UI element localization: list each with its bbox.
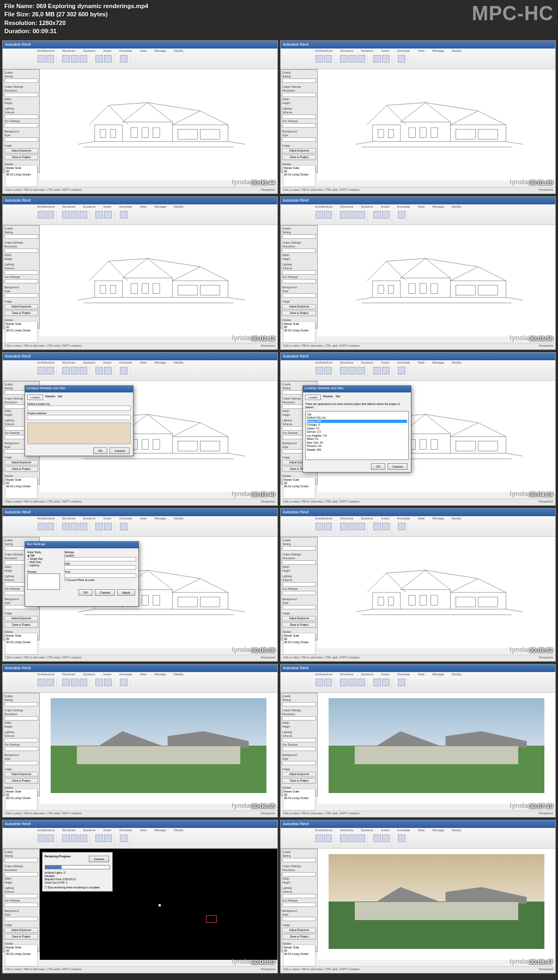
progress-dialog[interactable]: Rendering ProgressCancel Artificial Ligh… <box>42 852 113 892</box>
thumbnail-8[interactable]: Autodesk Revit ArchitectureStructureSyst… <box>280 508 556 662</box>
thumbnail-10[interactable]: Autodesk Revit ArchitectureStructureSyst… <box>280 664 556 818</box>
rendering-panel[interactable]: Quality Setting Output Settings Resoluti… <box>281 693 318 796</box>
rendering-panel[interactable]: Quality Setting Output Settings Resoluti… <box>3 849 40 952</box>
project-browser[interactable]: Master Suite3D3D-01 Living Cluster <box>5 633 38 655</box>
sun-dropdown[interactable] <box>282 903 316 907</box>
ribbon[interactable]: ArchitectureStructureSystemsInsertAnnota… <box>281 672 555 693</box>
resolution-dropdown[interactable] <box>4 249 38 253</box>
ribbon[interactable]: ArchitectureStructureSystemsInsertAnnota… <box>281 828 555 849</box>
save-button[interactable]: Save to Project <box>4 934 38 940</box>
adjust-button[interactable]: Adjust Exposure <box>4 928 38 933</box>
thumbnail-12[interactable]: Autodesk Revit ArchitectureStructureSyst… <box>280 820 556 973</box>
viewport[interactable] <box>318 849 555 960</box>
project-browser[interactable]: Master Suite3D3D-01 Living Cluster <box>283 321 316 343</box>
style-dropdown[interactable] <box>4 917 38 921</box>
style-dropdown[interactable] <box>4 293 38 298</box>
adjust-button[interactable]: Adjust Exposure <box>4 460 38 465</box>
project-browser[interactable]: Master Suite3D3D-01 Living Cluster <box>283 789 316 810</box>
rendering-panel[interactable]: Quality Setting Output Settings Resoluti… <box>3 69 40 173</box>
resolution-dropdown[interactable] <box>282 249 316 253</box>
project-browser[interactable]: Master Suite3D3D-01 Living Cluster <box>5 321 38 343</box>
thumbnail-2[interactable]: Autodesk Revit ArchitectureStructureSyst… <box>280 40 556 194</box>
scheme-dropdown[interactable] <box>282 894 316 898</box>
ribbon[interactable]: ArchitectureStructureSystemsInsertAnnota… <box>281 516 555 537</box>
cancel-button[interactable]: Cancel <box>95 589 115 596</box>
sun-dropdown[interactable] <box>282 123 316 128</box>
save-button[interactable]: Save to Project <box>282 311 316 316</box>
viewport[interactable] <box>318 693 555 804</box>
ribbon[interactable]: ArchitectureStructureSystemsInsertAnnota… <box>3 516 277 537</box>
resolution-dropdown[interactable] <box>282 560 316 565</box>
rendering-panel[interactable]: Quality Setting Output Settings Resoluti… <box>281 537 318 640</box>
adjust-button[interactable]: Adjust Exposure <box>4 772 38 777</box>
project-browser[interactable]: Master Suite3D3D-01 Living Cluster <box>5 165 38 187</box>
quality-dropdown[interactable] <box>282 702 316 706</box>
thumbnail-11[interactable]: Autodesk Revit ArchitectureStructureSyst… <box>2 820 278 973</box>
rendering-panel[interactable]: Quality Setting Output Settings Resoluti… <box>281 849 318 952</box>
scheme-dropdown[interactable] <box>4 114 38 119</box>
scheme-dropdown[interactable] <box>4 270 38 275</box>
viewport[interactable] <box>318 537 555 648</box>
project-browser[interactable]: Master Suite3D3D-01 Living Cluster <box>283 477 316 499</box>
ribbon[interactable]: ArchitectureStructureSystemsInsertAnnota… <box>281 360 555 381</box>
save-button[interactable]: Save to Project <box>4 311 38 316</box>
save-button[interactable]: Save to Project <box>4 622 38 628</box>
thumbnail-9[interactable]: Autodesk Revit ArchitectureStructureSyst… <box>2 664 278 818</box>
thumbnail-5[interactable]: Autodesk Revit ArchitectureStructureSyst… <box>2 352 278 506</box>
quality-dropdown[interactable] <box>4 702 38 706</box>
project-browser[interactable]: Master Suite3D3D-01 Living Cluster <box>283 633 316 655</box>
style-dropdown[interactable] <box>282 605 316 609</box>
ribbon[interactable]: ArchitectureStructureSystemsInsertAnnota… <box>3 672 277 693</box>
style-dropdown[interactable] <box>282 293 316 298</box>
project-browser[interactable]: Master Suite3D3D-01 Living Cluster <box>5 789 38 810</box>
ribbon[interactable]: ArchitectureStructureSystemsInsertAnnota… <box>3 828 277 849</box>
adjust-button[interactable]: Adjust Exposure <box>4 304 38 310</box>
thumbnail-4[interactable]: Autodesk Revit ArchitectureStructureSyst… <box>280 196 556 350</box>
resolution-dropdown[interactable] <box>282 872 316 876</box>
ok-button[interactable]: OK <box>371 463 386 470</box>
style-dropdown[interactable] <box>282 137 316 142</box>
quality-dropdown[interactable] <box>282 234 316 239</box>
style-dropdown[interactable] <box>4 137 38 142</box>
ribbon[interactable]: ArchitectureStructureSystemsInsertAnnota… <box>281 49 555 69</box>
ok-button[interactable]: OK <box>78 589 93 596</box>
project-browser[interactable]: Master Suite3D3D-01 Living Cluster <box>283 165 316 187</box>
sun-settings-dialog[interactable]: Sun Settings Solar Study ◉ Still○ Single… <box>25 541 139 607</box>
quality-dropdown[interactable] <box>4 234 38 239</box>
save-button[interactable]: Save to Project <box>4 467 38 472</box>
sun-dropdown[interactable] <box>282 279 316 283</box>
apply-button[interactable]: Apply <box>117 589 135 596</box>
adjust-button[interactable]: Adjust Exposure <box>4 616 38 621</box>
save-button[interactable]: Save to Project <box>4 155 38 160</box>
viewport[interactable] <box>318 225 555 336</box>
quality-dropdown[interactable] <box>4 858 38 862</box>
scheme-dropdown[interactable] <box>282 738 316 742</box>
sun-dropdown[interactable] <box>4 747 38 751</box>
ribbon[interactable]: ArchitectureStructureSystemsInsertAnnota… <box>3 360 277 381</box>
resolution-dropdown[interactable] <box>4 872 38 876</box>
adjust-button[interactable]: Adjust Exposure <box>282 616 316 621</box>
style-dropdown[interactable] <box>282 761 316 765</box>
rendering-panel[interactable]: Quality Setting Output Settings Resoluti… <box>3 225 40 329</box>
project-browser[interactable]: Master Suite3D3D-01 Living Cluster <box>283 945 316 966</box>
save-button[interactable]: Save to Project <box>4 778 38 784</box>
viewport[interactable] <box>40 225 277 336</box>
resolution-dropdown[interactable] <box>282 716 316 721</box>
ribbon[interactable]: ArchitectureStructureSystemsInsertAnnota… <box>281 204 555 225</box>
sun-dropdown[interactable] <box>282 747 316 751</box>
scheme-dropdown[interactable] <box>282 270 316 275</box>
save-button[interactable]: Save to Project <box>282 934 316 940</box>
thumbnail-6[interactable]: Autodesk Revit ArchitectureStructureSyst… <box>280 352 556 506</box>
sun-dropdown[interactable] <box>282 591 316 595</box>
scheme-dropdown[interactable] <box>4 738 38 742</box>
viewport[interactable] <box>318 69 555 180</box>
save-button[interactable]: Save to Project <box>282 778 316 784</box>
sun-dropdown[interactable] <box>4 279 38 283</box>
adjust-button[interactable]: Adjust Exposure <box>282 148 316 154</box>
save-button[interactable]: Save to Project <box>282 622 316 628</box>
project-browser[interactable]: Master Suite3D3D-01 Living Cluster <box>5 477 38 499</box>
scheme-dropdown[interactable] <box>282 114 316 119</box>
rendering-panel[interactable]: Quality Setting Output Settings Resoluti… <box>3 693 40 796</box>
cancel-button[interactable]: Cancel <box>110 447 130 454</box>
adjust-button[interactable]: Adjust Exposure <box>4 148 38 154</box>
